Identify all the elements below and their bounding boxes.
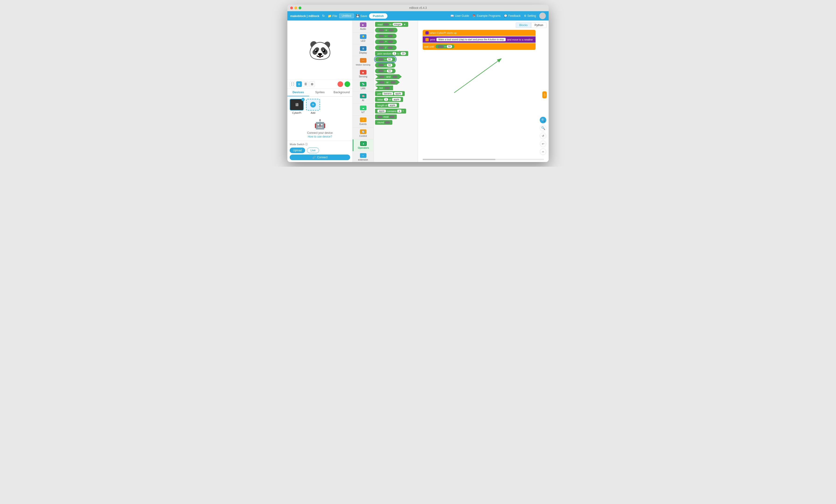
- subtract-operator-block[interactable]: -: [375, 34, 397, 38]
- close-button[interactable]: [290, 6, 293, 9]
- tab-sprites[interactable]: Sprites: [309, 89, 331, 96]
- panel-tabs: Devices Sprites Background: [287, 89, 353, 97]
- connect-button[interactable]: 🔗 Connect: [290, 155, 350, 160]
- when-cyberpi-starts-block[interactable]: when CyberPi starts up: [423, 30, 535, 36]
- file-menu-button[interactable]: 📁 File: [328, 14, 337, 18]
- motion-icon: 〰: [360, 58, 366, 63]
- length-word-value[interactable]: apple: [388, 104, 397, 107]
- add-device-button[interactable]: +: [306, 99, 320, 111]
- view-controls: ⛶ ⊞ ☰ ⊟: [287, 80, 353, 89]
- multiply-operator-block[interactable]: *: [375, 39, 397, 44]
- refresh-icon[interactable]: ↻: [321, 13, 326, 19]
- toggle-icon: [392, 76, 398, 78]
- category-audio[interactable]: ▶ Audio: [353, 20, 374, 33]
- wait-value[interactable]: 50: [447, 45, 452, 48]
- go-button[interactable]: [344, 81, 350, 87]
- join-b-value[interactable]: apple: [394, 92, 402, 95]
- maximize-button[interactable]: [299, 6, 301, 9]
- contains-block[interactable]: apple contains a ?: [375, 109, 406, 114]
- upload-mode-button[interactable]: Upload: [290, 148, 305, 153]
- device-close-button[interactable]: ×: [301, 98, 305, 101]
- category-operators[interactable]: ● Operators: [353, 139, 374, 151]
- gt-value[interactable]: 50: [387, 58, 392, 61]
- minimize-button[interactable]: [294, 6, 297, 9]
- tab-devices[interactable]: Devices: [287, 89, 309, 96]
- tab-blocks[interactable]: Blocks: [516, 22, 531, 28]
- print-block[interactable]: print Make a loud sound (clap) to start …: [423, 36, 535, 43]
- category-extension[interactable]: + extension: [353, 151, 374, 162]
- category-control[interactable]: 🔄 Control: [353, 128, 374, 139]
- device-thumbnail[interactable]: 🖥 ×: [290, 99, 304, 111]
- toggle-icon: [379, 76, 384, 78]
- read-block[interactable]: read in integer ▼: [375, 22, 408, 27]
- list-item: 🖥 × CyberPi: [290, 99, 304, 114]
- category-led[interactable]: 💡 LED: [353, 33, 374, 44]
- add-operator-block[interactable]: +: [375, 28, 398, 33]
- reset-view-button[interactable]: ↺: [540, 133, 546, 139]
- how-to-link[interactable]: How to use device?: [290, 135, 350, 138]
- join-block[interactable]: join banana apple: [375, 91, 405, 96]
- contains-letter-value[interactable]: a: [397, 110, 401, 113]
- tile-view-button[interactable]: ⊟: [309, 81, 315, 87]
- workspace-tabs: Blocks Python: [516, 22, 547, 28]
- example-programs-button[interactable]: 📚 Example Programs: [472, 14, 500, 18]
- wait-until-block[interactable]: wait until > 50: [423, 43, 535, 50]
- code-expand-button[interactable]: </>: [542, 91, 547, 98]
- length-of-block[interactable]: length of apple: [375, 103, 399, 108]
- letter-of-block[interactable]: letter 1 of apple: [375, 97, 403, 102]
- contains-word-value[interactable]: apple: [377, 110, 386, 113]
- publish-button[interactable]: Publish: [369, 13, 387, 19]
- tab-python[interactable]: Python: [531, 22, 547, 28]
- user-guide-button[interactable]: 📖 User Guide: [451, 14, 469, 18]
- integer-dropdown[interactable]: integer: [393, 23, 403, 26]
- divide-operator-block[interactable]: /: [375, 45, 397, 50]
- fullscreen-view-button[interactable]: ⛶: [290, 81, 295, 87]
- zoom-in-button[interactable]: 🔍: [540, 117, 546, 123]
- round-block[interactable]: round: [375, 120, 392, 125]
- category-sensing[interactable]: ◉ Sensing: [353, 68, 374, 80]
- save-button[interactable]: 💾 Save: [356, 14, 367, 18]
- app-window: mBlock v5.4.3 makeblock | mBlock ↻ 📁 Fil…: [287, 5, 549, 162]
- pick-random-block[interactable]: pick random 1 to 10: [375, 51, 408, 56]
- join-a-value[interactable]: banana: [382, 92, 393, 95]
- and-block[interactable]: and: [375, 74, 402, 79]
- list-view-button[interactable]: ☰: [303, 81, 308, 87]
- random-from-value[interactable]: 1: [392, 52, 397, 55]
- feedback-button[interactable]: 💬 Feedback: [504, 14, 520, 18]
- settings-button[interactable]: ⚙ Setting: [524, 14, 536, 18]
- category-iot[interactable]: ☁ IoT: [353, 104, 374, 116]
- filename-field[interactable]: Untitled: [339, 14, 354, 18]
- greater-than-block[interactable]: > 50: [375, 57, 396, 62]
- mod-block[interactable]: mod: [375, 114, 397, 119]
- workspace-controls: 🔍 🔍 ↺ ↩ =: [540, 117, 546, 155]
- category-display[interactable]: 🖥 Display: [353, 44, 374, 56]
- stop-button[interactable]: [338, 81, 343, 87]
- category-motion[interactable]: 〰 Motion Sensing: [353, 56, 374, 68]
- lt-value[interactable]: 50: [387, 64, 392, 67]
- scrollbar-thumb[interactable]: [423, 159, 495, 160]
- random-to-value[interactable]: 10: [400, 52, 406, 55]
- grid-view-button[interactable]: ⊞: [296, 81, 302, 87]
- undo-button[interactable]: ↩: [540, 140, 546, 147]
- category-events[interactable]: ⚡ Events: [353, 116, 374, 128]
- zoom-out-button[interactable]: 🔍: [540, 125, 546, 131]
- tab-background[interactable]: Background: [331, 89, 353, 96]
- letter-word-value[interactable]: apple: [392, 98, 400, 101]
- link-icon: 🔗: [312, 156, 316, 159]
- equals-button[interactable]: =: [540, 149, 546, 155]
- equals-block[interactable]: = 50: [375, 69, 396, 74]
- or-block[interactable]: or: [375, 80, 400, 84]
- user-avatar[interactable]: [539, 13, 546, 19]
- toggle-icon: [385, 121, 390, 124]
- horizontal-scrollbar[interactable]: [423, 159, 544, 160]
- live-mode-button[interactable]: Live: [307, 148, 319, 153]
- less-than-block[interactable]: < 50: [375, 63, 396, 67]
- print-text-value[interactable]: Make a loud sound (clap) to start and pr…: [436, 38, 506, 41]
- eq-value[interactable]: 50: [387, 70, 392, 73]
- category-ai[interactable]: 🧠 AI: [353, 92, 374, 104]
- not-block[interactable]: not: [375, 85, 393, 90]
- wait-condition-block[interactable]: > 50: [436, 44, 455, 49]
- letter-num-value[interactable]: 1: [384, 98, 388, 101]
- category-lan[interactable]: 📡 LAN: [353, 80, 374, 92]
- extension-icon: +: [360, 153, 366, 158]
